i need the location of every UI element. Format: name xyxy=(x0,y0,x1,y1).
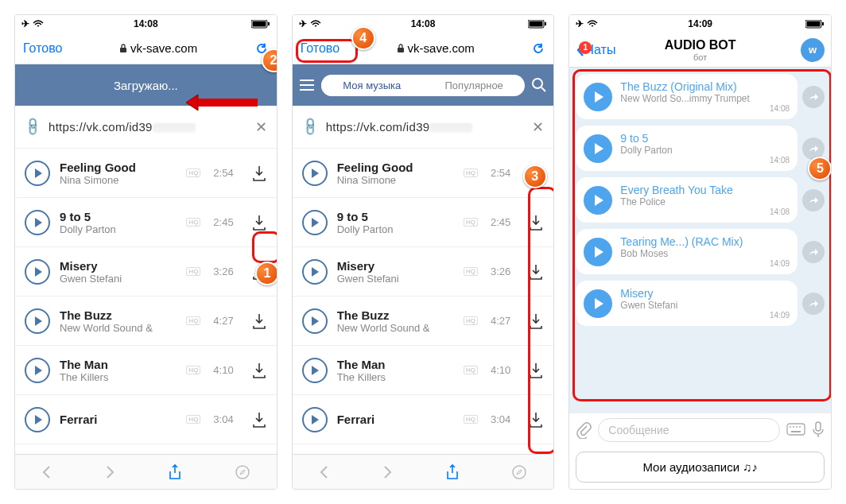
track-artist: Dolly Parton xyxy=(60,223,177,235)
play-button[interactable] xyxy=(302,308,328,334)
play-button[interactable] xyxy=(25,407,50,432)
track-title: Feeling Good xyxy=(337,161,454,174)
svg-rect-1 xyxy=(252,21,266,26)
play-button[interactable] xyxy=(302,161,328,186)
play-button[interactable] xyxy=(302,407,328,432)
play-button[interactable] xyxy=(25,161,50,186)
play-button[interactable] xyxy=(584,134,612,163)
svg-point-19 xyxy=(799,426,801,428)
share-icon[interactable] xyxy=(445,463,460,481)
svg-rect-8 xyxy=(545,22,546,25)
play-button[interactable] xyxy=(584,238,612,266)
play-button[interactable] xyxy=(302,210,328,235)
track-duration: 2:45 xyxy=(491,216,510,228)
airplane-icon: ✈ xyxy=(576,18,584,29)
track-title: The Man xyxy=(337,358,454,371)
audio-message[interactable]: MiseryGwen Stefani14:09 xyxy=(576,281,797,326)
tab-mymusic[interactable]: Моя музыка xyxy=(321,75,423,96)
share-icon[interactable] xyxy=(168,463,182,481)
forward-icon[interactable] xyxy=(802,189,825,211)
clear-icon[interactable]: ✕ xyxy=(255,118,267,136)
tab-group: Моя музыка Популярное xyxy=(321,75,526,96)
track-row: Ferrari HQ 3:04 xyxy=(15,395,277,444)
audio-message[interactable]: Every Breath You TakeThe Police14:08 xyxy=(576,177,797,223)
track-row: 9 to 5Dolly Parton HQ 2:45 xyxy=(15,198,277,247)
back-icon[interactable] xyxy=(319,465,330,479)
mic-icon[interactable] xyxy=(812,421,825,439)
svg-rect-3 xyxy=(120,48,126,52)
svg-rect-2 xyxy=(268,22,270,25)
svg-rect-5 xyxy=(198,99,258,107)
play-button[interactable] xyxy=(584,186,612,215)
play-button[interactable] xyxy=(25,308,50,334)
message-row: Tearing Me...) (RAC Mix)Bob Moses14:09 xyxy=(576,229,825,274)
reload-button[interactable] xyxy=(531,41,545,56)
play-button[interactable] xyxy=(25,358,50,383)
safari-icon[interactable] xyxy=(511,464,527,480)
message-time: 14:08 xyxy=(620,207,790,216)
download-button[interactable] xyxy=(251,214,267,231)
forward-icon[interactable] xyxy=(104,465,115,479)
download-button[interactable] xyxy=(251,362,267,379)
done-button[interactable]: Готово xyxy=(301,41,340,56)
track-artist: Nina Simone xyxy=(60,174,177,186)
my-audio-button[interactable]: Мои аудиозаписи ♫♪ xyxy=(576,452,825,483)
play-button[interactable] xyxy=(584,83,612,111)
play-button[interactable] xyxy=(584,289,612,318)
download-button[interactable] xyxy=(528,312,544,330)
audio-message[interactable]: The Buzz (Original Mix)New World So...im… xyxy=(576,74,797,119)
url-display: vk-save.com xyxy=(397,41,475,55)
download-button[interactable] xyxy=(528,214,544,231)
tab-popular[interactable]: Популярное xyxy=(423,75,525,96)
menu-icon[interactable] xyxy=(299,79,315,91)
forward-icon[interactable] xyxy=(802,293,825,315)
track-artist: New World Sound & xyxy=(337,322,454,334)
url-input-row: 🔗 https://vk.com/id39 ✕ xyxy=(293,106,554,149)
forward-icon[interactable] xyxy=(802,241,825,263)
audio-message[interactable]: Tearing Me...) (RAC Mix)Bob Moses14:09 xyxy=(576,229,797,274)
clear-icon[interactable]: ✕ xyxy=(532,118,544,136)
safari-icon[interactable] xyxy=(235,464,250,480)
track-duration: 3:04 xyxy=(213,413,233,425)
track-row: MiseryGwen Stefani HQ 3:26 xyxy=(293,247,554,297)
track-artist: Gwen Stefani xyxy=(620,300,790,311)
track-artist: New World So...immy Trumpet xyxy=(620,93,790,104)
track-row: The ManThe Killers HQ 4:10 xyxy=(293,346,554,395)
callout-3: 3 xyxy=(523,165,550,192)
search-icon[interactable] xyxy=(531,77,547,93)
hq-badge: HQ xyxy=(186,366,200,374)
url-value[interactable]: https://vk.com/id39 xyxy=(326,120,525,134)
download-button[interactable] xyxy=(251,312,267,330)
svg-rect-14 xyxy=(822,22,824,25)
play-button[interactable] xyxy=(25,259,50,285)
svg-point-11 xyxy=(513,466,526,479)
play-button[interactable] xyxy=(302,358,328,383)
message-input[interactable]: Сообщение xyxy=(598,418,780,442)
svg-rect-7 xyxy=(530,21,543,26)
download-button[interactable] xyxy=(528,263,544,281)
svg-rect-9 xyxy=(398,48,404,52)
hq-badge: HQ xyxy=(186,415,200,424)
callout-1: 1 xyxy=(255,262,277,289)
status-bar: ✈ 14:08 xyxy=(293,15,554,33)
forward-icon[interactable] xyxy=(802,86,825,108)
play-button[interactable] xyxy=(25,210,50,235)
download-button[interactable] xyxy=(528,362,544,379)
audio-message[interactable]: 9 to 5Dolly Parton14:08 xyxy=(576,126,797,171)
status-time: 14:08 xyxy=(15,18,277,29)
phone-screen-3: ✈ 14:09 Чаты 1 AUDIO BOT бот w The Buzz … xyxy=(569,14,832,490)
attach-icon[interactable] xyxy=(576,421,592,439)
download-button[interactable] xyxy=(251,165,267,182)
forward-icon[interactable] xyxy=(382,465,393,479)
keyboard-icon[interactable] xyxy=(786,423,805,437)
play-button[interactable] xyxy=(302,259,328,285)
back-icon[interactable] xyxy=(41,465,52,479)
done-button[interactable]: Готово xyxy=(23,41,62,56)
track-artist: Bob Moses xyxy=(620,248,790,259)
hq-badge: HQ xyxy=(186,218,200,227)
download-button[interactable] xyxy=(528,411,544,428)
svg-point-4 xyxy=(236,466,249,479)
download-button[interactable] xyxy=(251,411,267,428)
url-value[interactable]: https://vk.com/id39 xyxy=(49,120,247,134)
callout-2: 2 xyxy=(262,48,277,76)
